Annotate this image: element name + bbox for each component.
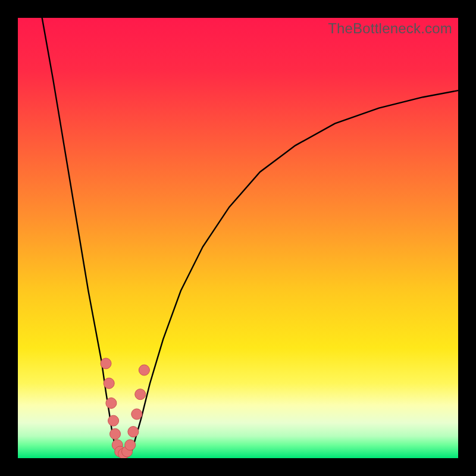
data-marker [139,365,149,375]
data-marker [108,415,119,426]
data-marker [110,428,121,439]
data-marker [128,427,139,437]
data-marker [135,389,146,400]
bottleneck-curve [42,18,458,457]
data-marker [101,358,111,369]
data-marker [106,398,117,409]
plot-area: TheBottleneck.com [18,18,458,458]
watermark-text: TheBottleneck.com [328,20,452,37]
data-marker [131,409,142,419]
chart-frame: TheBottleneck.com [0,0,476,476]
data-marker [104,378,114,389]
data-marker [125,440,136,450]
curve-layer [18,18,458,458]
